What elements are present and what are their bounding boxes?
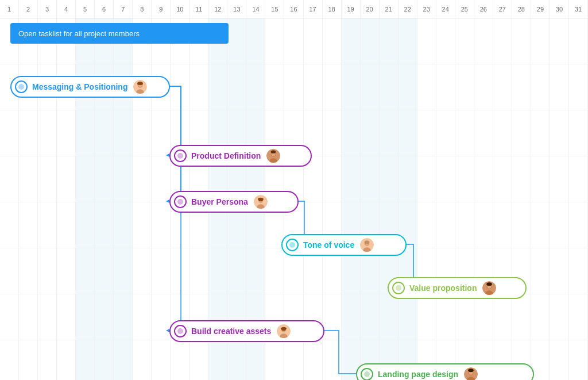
day-cell-14: 14 bbox=[246, 0, 265, 18]
task-icon-buyer-persona bbox=[174, 195, 187, 208]
task-product-def[interactable]: Product Definition bbox=[169, 145, 312, 167]
day-cell-28: 28 bbox=[512, 0, 531, 18]
svg-point-28 bbox=[487, 282, 492, 286]
day-cell-27: 27 bbox=[493, 0, 512, 18]
task-icon-build-creative bbox=[174, 325, 187, 337]
avatar-landing bbox=[463, 366, 479, 380]
tasks-layer: Open tasklist for all project members bbox=[0, 18, 588, 380]
avatar-buyer-persona bbox=[253, 194, 269, 210]
avatar-build-creative bbox=[276, 323, 292, 339]
task-icon-value-prop bbox=[392, 282, 405, 294]
day-cell-25: 25 bbox=[455, 0, 474, 18]
task-messaging[interactable]: Messaging & Positioning bbox=[10, 76, 170, 98]
day-cell-9: 9 bbox=[152, 0, 171, 18]
day-cell-5: 5 bbox=[76, 0, 95, 18]
task-icon-landing bbox=[361, 368, 373, 380]
task-icon-product-def bbox=[174, 149, 187, 162]
day-cell-18: 18 bbox=[323, 0, 342, 18]
day-cell-23: 23 bbox=[417, 0, 436, 18]
day-header: 1234567891011121314151617181920212223242… bbox=[0, 0, 588, 18]
avatar-tone bbox=[359, 237, 375, 253]
avatar-value-prop bbox=[481, 280, 497, 296]
day-cell-11: 11 bbox=[189, 0, 208, 18]
day-cell-17: 17 bbox=[304, 0, 323, 18]
day-cell-10: 10 bbox=[171, 0, 189, 18]
day-cell-1: 1 bbox=[0, 0, 19, 18]
task-label-landing: Landing page design bbox=[378, 370, 458, 379]
avatar-product-def bbox=[265, 148, 281, 164]
day-cell-15: 15 bbox=[265, 0, 284, 18]
task-label-build-creative: Build creative assets bbox=[191, 327, 271, 336]
task-label-value-prop: Value proposition bbox=[409, 283, 477, 293]
task-icon-tone bbox=[286, 239, 299, 251]
day-cell-24: 24 bbox=[436, 0, 455, 18]
task-icon-messaging bbox=[15, 80, 28, 93]
task-tone-of-voice[interactable]: Tone of voice bbox=[281, 234, 407, 256]
gantt-container: 1234567891011121314151617181920212223242… bbox=[0, 0, 588, 380]
svg-point-15 bbox=[271, 151, 276, 153]
task-landing-page[interactable]: Landing page design bbox=[356, 363, 534, 380]
open-tasklist-bar[interactable]: Open tasklist for all project members bbox=[10, 23, 229, 44]
day-cell-26: 26 bbox=[474, 0, 493, 18]
svg-point-37 bbox=[468, 369, 473, 372]
day-cell-3: 3 bbox=[38, 0, 57, 18]
task-label-product-def: Product Definition bbox=[191, 151, 261, 160]
day-cell-19: 19 bbox=[342, 0, 361, 18]
task-label-tone: Tone of voice bbox=[303, 240, 354, 250]
day-cell-2: 2 bbox=[19, 0, 38, 18]
day-cell-20: 20 bbox=[361, 0, 380, 18]
day-cell-22: 22 bbox=[399, 0, 417, 18]
day-cell-12: 12 bbox=[208, 0, 227, 18]
day-cell-4: 4 bbox=[57, 0, 76, 18]
day-cell-21: 21 bbox=[380, 0, 399, 18]
day-cell-7: 7 bbox=[114, 0, 133, 18]
day-cell-6: 6 bbox=[95, 0, 114, 18]
avatar-messaging bbox=[132, 79, 148, 95]
day-cell-13: 13 bbox=[227, 0, 246, 18]
task-label-buyer-persona: Buyer Persona bbox=[191, 197, 248, 206]
day-cell-16: 16 bbox=[284, 0, 303, 18]
task-label-messaging: Messaging & Positioning bbox=[32, 82, 127, 91]
day-cell-29: 29 bbox=[531, 0, 550, 18]
day-cell-8: 8 bbox=[133, 0, 152, 18]
day-cell-30: 30 bbox=[550, 0, 569, 18]
day-cell-31: 31 bbox=[569, 0, 588, 18]
open-tasklist-label: Open tasklist for all project members bbox=[18, 29, 140, 38]
task-value-prop[interactable]: Value proposition bbox=[388, 277, 527, 299]
task-buyer-persona[interactable]: Buyer Persona bbox=[169, 191, 299, 213]
task-build-creative[interactable]: Build creative assets bbox=[169, 320, 324, 342]
